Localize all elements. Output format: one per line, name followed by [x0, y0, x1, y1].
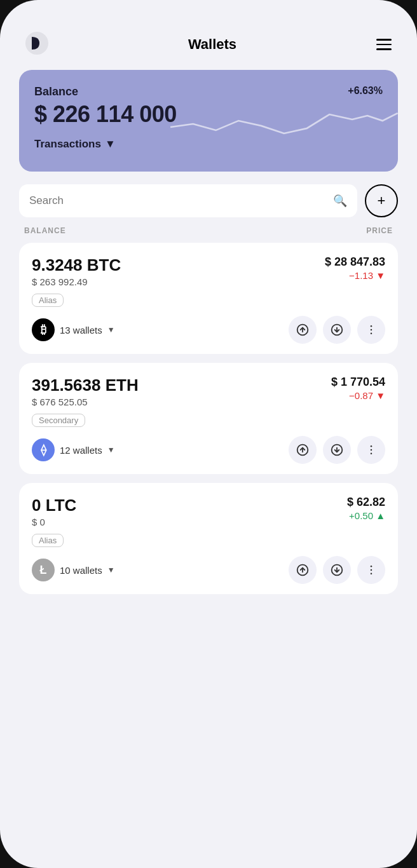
- list-header: BALANCE PRICE: [19, 226, 398, 235]
- phone-frame: Wallets Balance +6.63% $ 226 114 000 Tra…: [0, 0, 417, 868]
- transactions-button[interactable]: Transactions ▼: [34, 138, 383, 151]
- coin-card-eth: 391.5638 ETH $ 676 525.05 Secondary $ 1 …: [19, 363, 398, 474]
- price-column-header: PRICE: [366, 226, 393, 235]
- btc-wallets-count: 13 wallets: [60, 325, 102, 336]
- svg-point-14: [371, 453, 373, 455]
- btc-amount: 9.3248 BTC: [32, 255, 121, 275]
- logo-icon: [25, 32, 48, 57]
- search-row: 🔍 +: [19, 184, 398, 217]
- svg-point-12: [371, 445, 373, 447]
- ltc-send-button[interactable]: [289, 556, 317, 584]
- svg-point-20: [371, 569, 373, 571]
- btc-expand-icon: ▼: [107, 325, 115, 334]
- svg-point-21: [371, 573, 373, 575]
- eth-amount: 391.5638 ETH: [32, 376, 139, 395]
- btc-usd: $ 263 992.49: [32, 276, 121, 287]
- btc-more-button[interactable]: [357, 316, 385, 344]
- btc-alias: Alias: [32, 294, 64, 307]
- ltc-receive-button[interactable]: [323, 556, 351, 584]
- ltc-more-button[interactable]: [357, 556, 385, 584]
- eth-alias: Secondary: [32, 414, 85, 427]
- eth-actions: [289, 436, 385, 464]
- coin-card-ltc: 0 LTC $ 0 Alias $ 62.82 +0.50 ▲ Ł 10 wal…: [19, 483, 398, 594]
- btc-price: $ 28 847.83: [325, 255, 385, 269]
- ltc-amount: 0 LTC: [32, 496, 76, 515]
- ltc-wallet-info[interactable]: Ł 10 wallets ▼: [32, 559, 115, 581]
- eth-send-button[interactable]: [289, 436, 317, 464]
- balance-percent: +6.63%: [348, 85, 383, 97]
- eth-price: $ 1 770.54: [331, 376, 385, 389]
- btc-wallet-info[interactable]: ₿ 13 wallets ▼: [32, 318, 115, 341]
- coin-card-btc: 9.3248 BTC $ 263 992.49 Alias $ 28 847.8…: [19, 243, 398, 354]
- svg-point-19: [371, 566, 373, 567]
- search-icon: 🔍: [333, 194, 347, 208]
- balance-label: Balance: [34, 85, 78, 98]
- menu-button[interactable]: [376, 39, 392, 50]
- ltc-wallets-count: 10 wallets: [60, 565, 102, 576]
- balance-column-header: BALANCE: [24, 226, 66, 235]
- eth-expand-icon: ▼: [107, 445, 115, 454]
- ltc-price: $ 62.82: [347, 496, 385, 509]
- eth-change: −0.87 ▼: [331, 390, 385, 401]
- eth-wallet-info[interactable]: ⟠ 12 wallets ▼: [32, 438, 115, 461]
- eth-usd: $ 676 525.05: [32, 397, 139, 407]
- balance-amount: $ 226 114 000: [34, 101, 383, 128]
- svg-point-5: [371, 325, 373, 327]
- btc-send-button[interactable]: [289, 316, 317, 344]
- ltc-alias: Alias: [32, 534, 64, 547]
- ltc-logo: Ł: [32, 559, 55, 581]
- search-box[interactable]: 🔍: [19, 184, 357, 217]
- coin-list: 9.3248 BTC $ 263 992.49 Alias $ 28 847.8…: [19, 243, 398, 603]
- search-input[interactable]: [29, 194, 333, 207]
- eth-receive-button[interactable]: [323, 436, 351, 464]
- eth-logo: ⟠: [32, 438, 55, 461]
- ltc-actions: [289, 556, 385, 584]
- btc-actions: [289, 316, 385, 344]
- ltc-usd: $ 0: [32, 517, 76, 527]
- ltc-change: +0.50 ▲: [347, 510, 385, 521]
- eth-wallets-count: 12 wallets: [60, 445, 102, 456]
- page-title: Wallets: [188, 36, 236, 53]
- btc-receive-button[interactable]: [323, 316, 351, 344]
- add-wallet-button[interactable]: +: [365, 184, 398, 217]
- svg-point-6: [371, 329, 373, 331]
- ltc-expand-icon: ▼: [107, 566, 115, 574]
- svg-point-13: [371, 449, 373, 451]
- balance-card: Balance +6.63% $ 226 114 000 Transaction…: [19, 70, 398, 172]
- eth-more-button[interactable]: [357, 436, 385, 464]
- btc-change: −1.13 ▼: [325, 270, 385, 281]
- svg-point-7: [371, 333, 373, 335]
- header: Wallets: [19, 25, 398, 70]
- btc-logo: ₿: [32, 318, 55, 341]
